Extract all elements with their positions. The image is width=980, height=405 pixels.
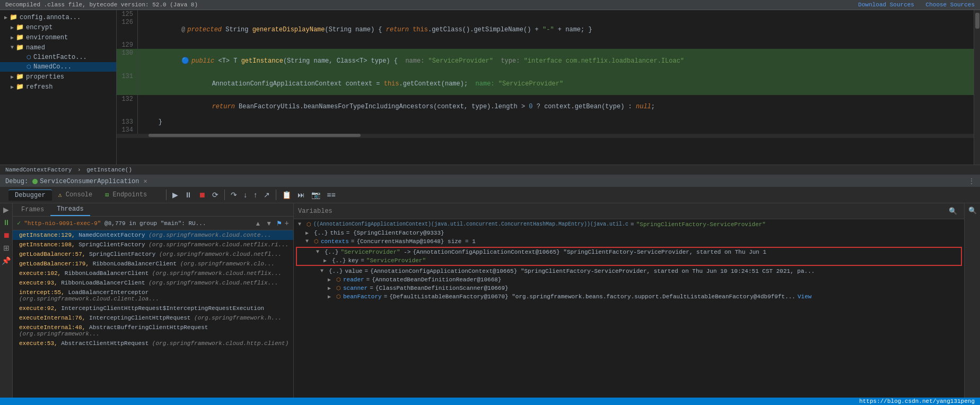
- tree-label: named: [26, 44, 45, 51]
- debug-title-bar: Debug: ServiceConsumerApplication ✕ ⋮: [0, 176, 980, 187]
- tab-debugger[interactable]: Debugger: [8, 189, 52, 201]
- expand-icon: ▼: [298, 221, 304, 227]
- tree-item-config[interactable]: ▶ 📁 config.annota...: [0, 12, 116, 22]
- pause-icon-btn[interactable]: ⏸: [3, 218, 10, 227]
- tree-item-encrypt[interactable]: ▶ 📁 encrypt: [0, 22, 116, 32]
- expand-icon-btn[interactable]: ⊞: [3, 244, 10, 252]
- expand-icon: ▶: [305, 230, 312, 236]
- var-item-contexts[interactable]: ▼ ⬡ contexts = {ConcurrentHashMap@10648}…: [294, 237, 964, 246]
- resume-btn[interactable]: ▶: [170, 189, 181, 201]
- thread-up-btn[interactable]: ▲: [253, 219, 262, 228]
- debug-tabs: Debugger ⚠ Console ⊞ Endpoints: [4, 189, 158, 201]
- var-item-this[interactable]: ▶ {..} this = {SpringClientFactory@9333}: [294, 229, 964, 237]
- expand-icon: ▶: [328, 285, 334, 291]
- status-bar: https://blog.csdn.net/yang131peng: [0, 398, 980, 405]
- frame-item-9[interactable]: executeInternal:48, AbstractBufferingCli…: [13, 323, 293, 339]
- pin-icon-btn[interactable]: 📌: [2, 256, 11, 265]
- step-forward-btn[interactable]: ⏭: [295, 189, 308, 201]
- right-scrollbar[interactable]: [974, 10, 980, 165]
- debug-panel: Debug: ServiceConsumerApplication ✕ ⋮ De…: [0, 175, 980, 398]
- stop-btn[interactable]: ⏹: [196, 189, 208, 201]
- var-item-beanfactory[interactable]: ▶ ⬡ beanFactory = {DefaultListableBeanFa…: [294, 292, 964, 301]
- tree-item-named[interactable]: ▼ 📁 named: [0, 42, 116, 53]
- var-item-scanner[interactable]: ▶ ⬡ scanner = {ClassPathBeanDefinitionSc…: [294, 284, 964, 292]
- tree-label: properties: [26, 73, 64, 81]
- view-link[interactable]: View: [798, 294, 811, 300]
- class-icon: ⬡: [27, 64, 31, 70]
- thread-filter-icon[interactable]: ⚑: [277, 219, 281, 228]
- search-mini-btn[interactable]: 🔍: [967, 205, 978, 216]
- step-out-btn[interactable]: ↑: [251, 189, 260, 201]
- thread-down-btn[interactable]: ▼: [264, 219, 274, 228]
- tree-item-namedco[interactable]: ⬡ NamedCo...: [0, 62, 116, 72]
- debugger-tab-label: Debugger: [15, 192, 46, 199]
- expand-icon: ▼: [316, 249, 322, 255]
- var-item-value[interactable]: ▼ {..} value = {AnnotationConfigApplicat…: [294, 267, 964, 275]
- tab-console[interactable]: ⚠ Console: [52, 189, 99, 201]
- tag-icon: ⬡: [336, 285, 341, 291]
- tree-label: ClientFacto...: [33, 54, 87, 61]
- evaluate-btn[interactable]: 📋: [279, 189, 294, 201]
- tree-label: refresh: [26, 83, 52, 91]
- toolbar-divider3: [276, 189, 276, 200]
- tree-label: config.annota...: [20, 14, 81, 21]
- tree-label: NamedCo...: [33, 63, 72, 71]
- resume-icon-btn[interactable]: ▶: [3, 205, 9, 214]
- breadcrumb-bar: NamedContextFactory › getInstance(): [0, 165, 980, 175]
- frame-item-2[interactable]: getLoadBalancer:57, SpringClientFactory …: [13, 249, 293, 259]
- frame-item-1[interactable]: getInstance:108, SpringClientFactory (or…: [13, 240, 293, 249]
- frames-tab[interactable]: Frames: [15, 204, 50, 216]
- var-item-serviceprovider-map[interactable]: ▼ {..} "ServiceProvider" -> {AnnotationC…: [297, 248, 961, 256]
- running-indicator: [32, 179, 38, 184]
- frame-item-7[interactable]: execute:92, InterceptingClientHttpReques…: [13, 304, 293, 313]
- left-icon-strip: ▶ ⏸ ⏹ ⊞ 📌: [0, 203, 13, 398]
- stop-icon-btn[interactable]: ⏹: [3, 231, 10, 239]
- pause-btn[interactable]: ⏸: [182, 189, 195, 201]
- var-item-expression[interactable]: ▼ ⬡ ((AnnotationConfigApplicationContext…: [294, 220, 964, 229]
- frame-item-6[interactable]: intercept:55, LoadBalancerInterceptor (o…: [13, 288, 293, 304]
- chevron-right-icon: ▶: [11, 74, 14, 80]
- tree-label: environment: [26, 34, 68, 41]
- horizontal-scrollbar[interactable]: [117, 134, 974, 138]
- tag-icon: ⬡: [336, 277, 341, 283]
- folder-icon: 📁: [16, 44, 24, 51]
- variables-pane: Variables 🔍 ▼ ⬡ ((AnnotationConfigApplic…: [294, 203, 964, 398]
- frame-item-8[interactable]: executeInternal:76, InterceptingClientHt…: [13, 313, 293, 323]
- tree-item-environment[interactable]: ▶ 📁 environment: [0, 32, 116, 42]
- frame-item-0[interactable]: getInstance:129, NamedContextFactory (or…: [13, 230, 293, 240]
- tree-item-refresh[interactable]: ▶ 📁 refresh: [0, 82, 116, 92]
- close-tab-icon[interactable]: ✕: [143, 177, 147, 185]
- debug-title: Debug:: [5, 178, 28, 185]
- reconnect-btn[interactable]: ⟳: [209, 189, 221, 201]
- frame-item-3[interactable]: getLoadBalancer:179, RibbonLoadBalancerC…: [13, 259, 293, 269]
- frame-item-10[interactable]: execute:53, AbstractClientHttpRequest (o…: [13, 339, 293, 348]
- frame-item-5[interactable]: execute:93, RibbonLoadBalancerClient (or…: [13, 278, 293, 288]
- frames-btn[interactable]: ≡≡: [324, 189, 338, 201]
- code-line-132: 132 return BeanFactoryUtils.beanNamesFor…: [117, 95, 974, 118]
- debug-toolbar: Debugger ⚠ Console ⊞ Endpoints ▶ ⏸ ⏹ ⟳ ↷…: [0, 187, 980, 203]
- snapshot-btn[interactable]: 📷: [309, 189, 323, 201]
- status-url: https://blog.csdn.net/yang131peng: [859, 398, 975, 404]
- tree-item-properties[interactable]: ▶ 📁 properties: [0, 72, 116, 82]
- breadcrumb-class: NamedContextFactory: [5, 167, 72, 173]
- tree-item-clientfacto[interactable]: ⬡ ClientFacto...: [0, 53, 116, 62]
- run-to-cursor-btn[interactable]: ↗: [261, 189, 273, 201]
- variables-search-btn[interactable]: 🔍: [946, 205, 960, 217]
- tab-endpoints[interactable]: ⊞ Endpoints: [99, 189, 153, 201]
- frames-list: getInstance:129, NamedContextFactory (or…: [13, 230, 293, 398]
- tree-label: encrypt: [26, 24, 52, 31]
- choose-sources-link[interactable]: Choose Sources: [926, 2, 975, 8]
- frame-item-4[interactable]: execute:102, RibbonLoadBalancerClient (o…: [13, 269, 293, 278]
- folder-icon: 📁: [16, 33, 24, 41]
- decompiled-label: Decompiled .class file, bytecode version…: [5, 2, 198, 8]
- var-item-reader[interactable]: ▶ ⬡ reader = {AnnotatedBeanDefinitionRea…: [294, 275, 964, 284]
- tag-icon: ⬡: [336, 294, 341, 300]
- step-over-btn[interactable]: ↷: [228, 189, 240, 201]
- menu-dots-icon[interactable]: ⋮: [968, 177, 975, 185]
- chevron-down-icon: ▼: [11, 45, 14, 50]
- download-sources-link[interactable]: Download Sources: [858, 2, 914, 8]
- threads-tab[interactable]: Threads: [50, 203, 90, 216]
- var-item-key[interactable]: ▶ {..} key = "ServiceProvider": [297, 256, 961, 265]
- step-into-btn[interactable]: ↓: [241, 189, 250, 201]
- thread-add-icon[interactable]: +: [285, 219, 289, 228]
